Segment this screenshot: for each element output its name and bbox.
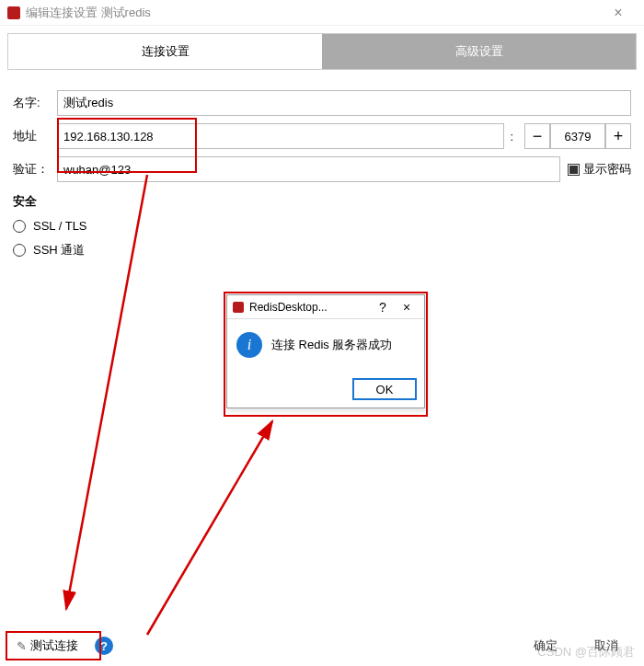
checkbox-icon xyxy=(568,164,580,176)
tabs: 连接设置 高级设置 xyxy=(7,33,637,70)
wand-icon: ✎ xyxy=(17,639,27,653)
footer-bar: ✎ 测试连接 ? 确定 取消 xyxy=(0,633,644,659)
address-input[interactable] xyxy=(57,123,504,149)
svg-line-1 xyxy=(147,421,272,635)
port-separator: : xyxy=(510,130,513,144)
show-password-label: 显示密码 xyxy=(583,161,631,178)
dialog-message: 连接 Redis 服务器成功 xyxy=(271,337,392,353)
app-icon xyxy=(233,302,244,313)
test-connection-button[interactable]: ✎ 测试连接 xyxy=(7,633,87,659)
port-stepper: − + xyxy=(524,123,631,149)
port-decrement[interactable]: − xyxy=(524,123,550,149)
tab-advanced[interactable]: 高级设置 xyxy=(322,34,636,69)
app-icon xyxy=(7,6,20,19)
name-label: 名字: xyxy=(13,95,57,111)
name-input[interactable] xyxy=(57,90,631,116)
form: 名字: 地址 : − + 验证： 显示密码 安全 SSL / TLS SSH 通… xyxy=(0,77,644,273)
ssl-label: SSL / TLS xyxy=(33,219,87,233)
help-icon[interactable]: ? xyxy=(95,637,113,655)
window-title: 编辑连接设置 测试redis xyxy=(26,5,600,21)
security-title: 安全 xyxy=(13,193,631,210)
dialog-title: RedisDesktop... xyxy=(249,301,371,314)
cancel-button[interactable]: 取消 xyxy=(576,633,637,659)
port-increment[interactable]: + xyxy=(605,123,631,149)
close-icon[interactable]: × xyxy=(600,5,637,21)
radio-icon xyxy=(13,220,26,233)
auth-input[interactable] xyxy=(57,156,560,182)
confirm-button[interactable]: 确定 xyxy=(515,633,576,659)
ssh-label: SSH 通道 xyxy=(33,242,85,258)
port-input[interactable] xyxy=(550,123,605,149)
help-icon[interactable]: ? xyxy=(371,300,395,315)
close-icon[interactable]: × xyxy=(395,300,419,315)
titlebar: 编辑连接设置 测试redis × xyxy=(0,0,644,26)
dialog-titlebar: RedisDesktop... ? × xyxy=(227,295,424,319)
radio-icon xyxy=(13,244,26,257)
ok-button[interactable]: OK xyxy=(352,378,417,400)
message-dialog: RedisDesktop... ? × i 连接 Redis 服务器成功 OK xyxy=(226,294,425,408)
ssl-radio[interactable]: SSL / TLS xyxy=(13,219,631,233)
show-password-toggle[interactable]: 显示密码 xyxy=(568,161,631,178)
ssh-radio[interactable]: SSH 通道 xyxy=(13,242,631,258)
test-label: 测试连接 xyxy=(30,637,78,654)
info-icon: i xyxy=(236,332,262,358)
address-label: 地址 xyxy=(13,128,57,144)
tab-connection[interactable]: 连接设置 xyxy=(8,34,322,69)
auth-label: 验证： xyxy=(13,161,57,178)
